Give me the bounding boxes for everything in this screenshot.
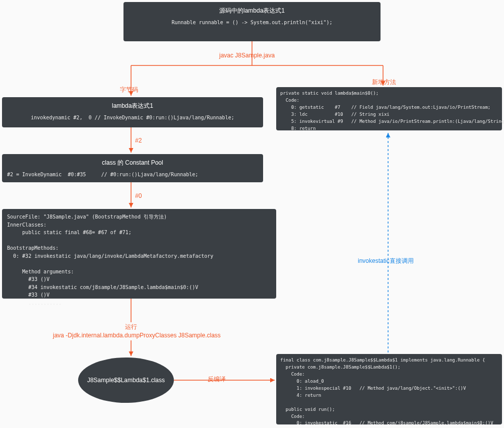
- label-bytecode: 字节码: [120, 86, 138, 94]
- constant-pool-box: class 的 Constant Pool #2 = InvokeDynamic…: [2, 154, 263, 182]
- label-ref0: #0: [135, 192, 142, 199]
- label-invokestatic: invokestatic直接调用: [358, 257, 414, 265]
- box2-title: lambda表达式1: [7, 101, 258, 111]
- label-dump: java -Djdk.internal.lambda.dumpProxyClas…: [53, 332, 221, 339]
- box4-title: class 的 Constant Pool: [7, 158, 258, 168]
- label-run: 运行: [125, 323, 137, 331]
- lambda-class-ellipse: J8Sample$$Lambda$1.class: [78, 358, 174, 403]
- label-newmethod: 新增方法: [372, 78, 396, 87]
- ellipse-text: J8Sample$$Lambda$1.class: [87, 377, 165, 384]
- box1-title: 源码中的lambda表达式1: [129, 6, 375, 16]
- box5-code: SourceFile: "J8Sample.java" (BootstrapMe…: [7, 213, 271, 307]
- box6-code: final class com.j8sample.J8Sample$$Lambd…: [280, 357, 498, 428]
- label-decompile: 反编译: [208, 375, 226, 384]
- source-lambda-box: 源码中的lambda表达式1 Runnable runnable = () ->…: [123, 2, 381, 41]
- decompiled-class-box: final class com.j8sample.J8Sample$$Lambd…: [276, 354, 502, 424]
- box2-code: invokedynamic #2, 0 // InvokeDynamic #0:…: [7, 114, 258, 122]
- label-ref2: #2: [135, 137, 142, 144]
- generated-method-box: private static void lambda$main$0(); Cod…: [276, 87, 502, 130]
- bootstrap-methods-box: SourceFile: "J8Sample.java" (BootstrapMe…: [2, 209, 276, 299]
- lambda-bytecode-box: lambda表达式1 invokedynamic #2, 0 // Invoke…: [2, 97, 263, 127]
- box3-code: private static void lambda$main$0(); Cod…: [280, 90, 498, 132]
- box4-code: #2 = InvokeDynamic #0:#35 // #0:run:()Lj…: [7, 171, 258, 179]
- box1-code: Runnable runnable = () -> System.out.pri…: [129, 19, 375, 27]
- label-javac: javac J8Sample.java: [219, 52, 275, 59]
